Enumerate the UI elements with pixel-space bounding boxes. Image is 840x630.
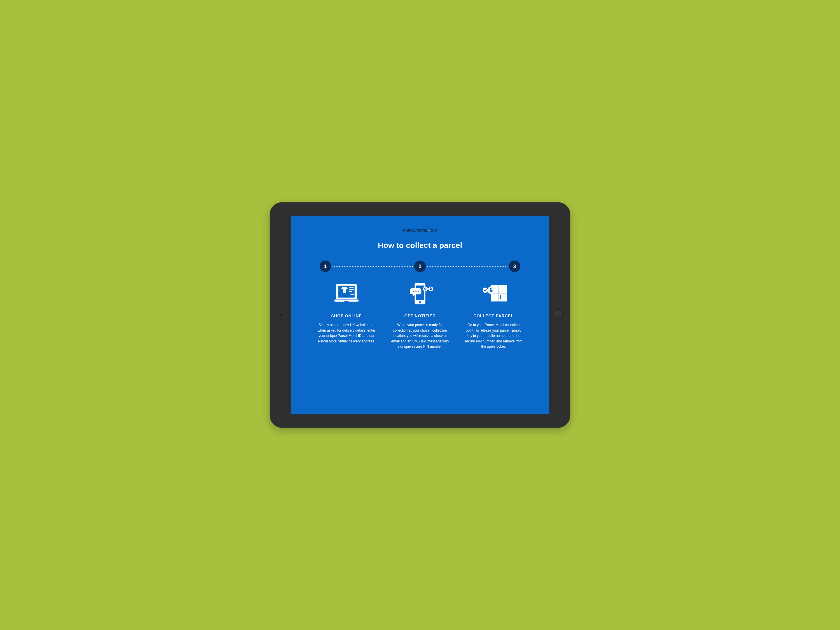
step-title: COLLECT PARCEL xyxy=(474,314,514,318)
connector-line xyxy=(333,266,413,267)
svg-point-16 xyxy=(415,291,417,292)
svg-rect-31 xyxy=(490,290,492,292)
svg-rect-26 xyxy=(500,295,501,299)
step-description: Go to your Parcel Motel collection point… xyxy=(464,322,523,349)
step-number-2: 2 xyxy=(414,261,426,272)
step-column-collect: COLLECT PARCEL Go to your Parcel Motel c… xyxy=(461,280,526,349)
logo-part-1: Parcel xyxy=(403,228,416,233)
svg-rect-10 xyxy=(351,294,354,295)
svg-point-27 xyxy=(482,287,488,293)
step-column-shop: SHOP ONLINE Simply shop on any UK websit… xyxy=(314,280,379,349)
svg-point-15 xyxy=(413,291,414,292)
step-column-notify: GET NOTIFIED When your parcel is ready f… xyxy=(387,280,453,349)
svg-point-13 xyxy=(419,301,421,303)
svg-rect-0 xyxy=(335,300,359,302)
steps-row: SHOP ONLINE Simply shop on any UK websit… xyxy=(314,280,526,349)
svg-rect-23 xyxy=(499,285,507,293)
camera-icon xyxy=(280,314,281,316)
laptop-shopping-icon xyxy=(333,280,360,307)
tablet-frame: ParcelMotelcom How to collect a parcel 1… xyxy=(270,202,570,428)
svg-rect-7 xyxy=(349,287,354,288)
logo-part-3: com xyxy=(430,228,437,233)
svg-rect-14 xyxy=(418,284,422,284)
step-number-1: 1 xyxy=(320,261,332,272)
connector-line xyxy=(427,266,507,267)
brand-logo: ParcelMotelcom xyxy=(403,228,437,233)
step-title: GET NOTIFIED xyxy=(404,314,436,318)
step-description: Simply shop on any UK website and when a… xyxy=(317,322,376,344)
step-description: When your parcel is ready for collection… xyxy=(390,322,450,349)
page-title: How to collect a parcel xyxy=(378,241,462,250)
locker-icon xyxy=(478,280,508,307)
svg-point-17 xyxy=(418,291,419,292)
svg-point-19 xyxy=(425,288,426,289)
phone-notification-icon xyxy=(405,280,434,307)
svg-rect-1 xyxy=(344,301,349,302)
home-button[interactable] xyxy=(553,309,564,321)
step-title: SHOP ONLINE xyxy=(331,314,362,318)
logo-part-2: Motel xyxy=(416,228,428,233)
svg-rect-8 xyxy=(349,289,354,290)
step-indicator: 1 2 3 xyxy=(320,261,520,272)
step-number-3: 3 xyxy=(509,261,521,272)
logo-dot-icon xyxy=(428,229,430,231)
svg-rect-21 xyxy=(430,289,432,290)
svg-rect-24 xyxy=(491,294,499,302)
svg-rect-9 xyxy=(349,291,352,292)
screen: ParcelMotelcom How to collect a parcel 1… xyxy=(291,216,549,414)
